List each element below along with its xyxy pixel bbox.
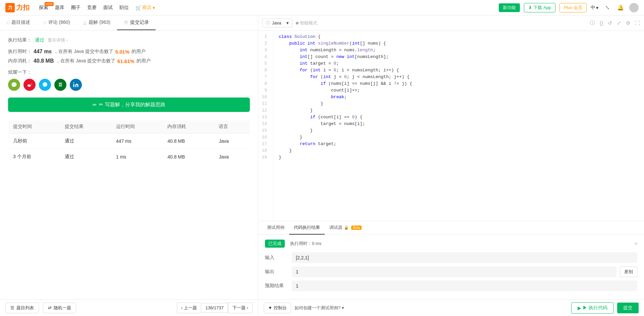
submissions-icon: ⏱ (124, 20, 128, 25)
code-editor[interactable]: 12345678910111213141516171819 class Solu… (258, 31, 644, 221)
bottom-tab-bar: 测试用例 代码执行结果 调试器 🔒 Beta (258, 221, 644, 235)
tab-problem-desc[interactable]: □ 题目描述 (0, 15, 37, 30)
console-button[interactable]: ▼ 控制台 (264, 303, 291, 313)
how-to-test-arrow-icon: ▾ (342, 305, 344, 310)
line-number: 2 (258, 40, 270, 47)
notification-icon[interactable]: 🔔 (616, 3, 625, 12)
cell-result[interactable]: 通过 (60, 149, 111, 165)
problem-desc-icon: □ (7, 20, 9, 25)
qq-share-button[interactable] (39, 79, 51, 91)
code-line: public int singleNumber(int[] nums) { (279, 40, 644, 47)
expand-code-icon[interactable]: ⤢ (617, 20, 621, 26)
list-icon: ☰ (10, 305, 14, 310)
comments-icon: □ (44, 20, 46, 25)
wechat-share-button[interactable] (8, 79, 20, 91)
random-problem-button[interactable]: ⇄ 随机一题 (43, 303, 76, 313)
language-selector[interactable]: 中 ▾ (591, 5, 598, 11)
right-panel: ⓘ Java ▾ 智能模式 ⓘ {} ↺ ⤢ ⚙ ⛶ 1234567891011… (258, 15, 644, 316)
dropdown-arrow-icon: ▾ (286, 20, 289, 25)
expand-icon[interactable]: ⤡ (602, 3, 612, 12)
settings-icon[interactable]: ⚙ (626, 20, 630, 26)
show-detail-link[interactable]: 显示详情 › (48, 37, 68, 43)
run-code-button[interactable]: ▶ ▶ 执行代码 (571, 302, 614, 314)
tab-submissions[interactable]: ⏱ 提交记录 (117, 15, 156, 30)
code-line: } (279, 127, 644, 134)
console-icon: ▼ (268, 305, 272, 310)
prev-problem-button[interactable]: ‹ 上一题 (177, 303, 201, 313)
logo[interactable]: 力 力扣 (5, 3, 30, 12)
problem-list-button[interactable]: ☰ 题目列表 (5, 303, 39, 313)
code-content: class Solution { public int singleNumber… (273, 31, 644, 221)
svg-point-0 (73, 82, 74, 83)
weibo-share-button[interactable] (23, 79, 36, 91)
tab-solutions[interactable]: △ 题解 (963) (76, 15, 117, 30)
code-line: class Solution { (279, 34, 644, 40)
code-line: if (count[i] == 0) { (279, 114, 644, 121)
lang-info-icon: ⓘ (266, 20, 270, 26)
tab-debugger[interactable]: 调试器 🔒 Beta (325, 221, 366, 235)
line-number: 14 (258, 121, 270, 127)
nav-shop[interactable]: 🛒 商店 ▾ (136, 5, 155, 11)
line-number: 3 (258, 47, 270, 54)
code-line: return target; (279, 141, 644, 147)
cell-memory: 40.8 MB (163, 149, 214, 165)
input-row: 输入 [2,2,1] (265, 252, 637, 263)
share-label: 炫耀一下： (8, 69, 250, 75)
line-number: 5 (258, 60, 270, 67)
tab-exec-result[interactable]: 代码执行结果 (289, 221, 325, 235)
beta-badge: Beta (351, 226, 362, 230)
code-line: for (int i = 0; i < numsLength; i++) { (279, 67, 644, 74)
new-badge: NEW (45, 2, 54, 6)
problem-nav-controls: ‹ 上一题 136/1737 下一题 › (177, 303, 253, 313)
write-solution-button[interactable]: ✏ ✏ 写题解，分享我的解题思路 (8, 98, 250, 112)
diff-button[interactable]: 差别 (620, 266, 637, 277)
linkedin-share-button[interactable] (70, 79, 82, 91)
line-number: 8 (258, 80, 270, 87)
next-problem-button[interactable]: 下一题 › (228, 303, 253, 313)
nav-right: 新功能 ⬇ 下载 App Plus 会员 中 ▾ ⤡ 🔔 (499, 3, 639, 12)
nav-explore[interactable]: 探索 NEW (39, 5, 48, 11)
format-icon[interactable]: {} (600, 20, 603, 26)
plus-member-button[interactable]: Plus 会员 (559, 3, 587, 12)
expected-row: 预期结果 1 (265, 280, 637, 291)
code-line: } (279, 154, 644, 161)
undo-icon[interactable]: ↺ (608, 20, 612, 26)
new-feature-button[interactable]: 新功能 (499, 3, 520, 12)
left-panel: □ 题目描述 □ 评论 (860) △ 题解 (963) ⏱ 提交记录 执行结果… (0, 15, 258, 316)
nav-interview[interactable]: 面试 (103, 5, 113, 11)
code-line: for (int j = 0; j < numsLength; j++) { (279, 74, 644, 80)
submit-button[interactable]: 提交 (617, 303, 639, 313)
line-number: 9 (258, 87, 270, 94)
language-dropdown[interactable]: ⓘ Java ▾ (262, 18, 292, 27)
line-number: 1 (258, 34, 270, 40)
left-arrow-icon: ‹ (181, 305, 182, 310)
pencil-icon: ✏ (93, 102, 97, 108)
line-number: 19 (258, 154, 270, 161)
cell-memory: 40.8 MB (163, 133, 214, 149)
lock-icon: 🔒 (344, 225, 349, 230)
code-line: if (nums[i] == nums[j] && i != j) { (279, 80, 644, 87)
cell-runtime: 447 ms (111, 133, 163, 149)
logo-icon: 力 (5, 3, 15, 12)
cell-lang: Java (214, 133, 250, 149)
nav-circle[interactable]: 圈子 (71, 5, 80, 11)
close-result-button[interactable]: × (635, 241, 637, 246)
fullscreen-icon[interactable]: ⛶ (635, 20, 640, 26)
output-row: 输出 1 差别 (265, 266, 637, 277)
nav-problems[interactable]: 题库 (55, 5, 64, 11)
tab-comments[interactable]: □ 评论 (860) (37, 15, 76, 30)
nav-jobs[interactable]: 职位 (119, 5, 129, 11)
result-pass-badge: 通过 (35, 37, 44, 43)
nav-contest[interactable]: 竞赛 (87, 5, 97, 11)
cell-result[interactable]: 通过 (60, 133, 111, 149)
download-app-button[interactable]: ⬇ 下载 App (524, 3, 555, 12)
line-number: 13 (258, 114, 270, 121)
avatar[interactable] (629, 3, 639, 12)
main-container: □ 题目描述 □ 评论 (860) △ 题解 (963) ⏱ 提交记录 执行结果… (0, 15, 644, 316)
info-icon[interactable]: ⓘ (590, 20, 595, 26)
douban-share-button[interactable] (54, 79, 66, 91)
how-to-test-link[interactable]: 如何创建一个测试用例? ▾ (294, 305, 344, 311)
line-number: 6 (258, 67, 270, 74)
tab-testcase[interactable]: 测试用例 (262, 221, 289, 235)
line-number: 16 (258, 134, 270, 141)
